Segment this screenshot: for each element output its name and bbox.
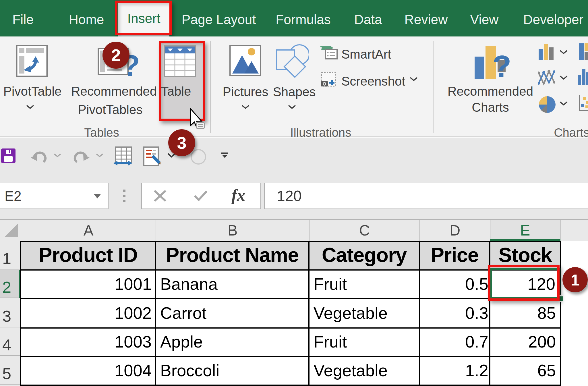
annotation-badge-3: 3 bbox=[168, 129, 195, 156]
row-number: 5 bbox=[2, 357, 11, 383]
pivottable-button[interactable]: PivotTable bbox=[3, 84, 61, 99]
column-header-c[interactable]: C bbox=[309, 220, 419, 241]
tab-formulas[interactable]: Formulas bbox=[276, 2, 331, 37]
chevron-down-icon[interactable] bbox=[559, 75, 568, 80]
grid-line bbox=[308, 241, 310, 385]
tab-review[interactable]: Review bbox=[405, 2, 448, 37]
ribbon-tab-bar: File Home Page Layout Formulas Data Revi… bbox=[0, 0, 588, 36]
annotation-box-cell-e2 bbox=[488, 265, 560, 301]
grid-line bbox=[155, 241, 156, 385]
pictures-icon bbox=[229, 45, 261, 76]
customize-qat-icon[interactable] bbox=[221, 152, 229, 161]
chevron-down-icon[interactable] bbox=[559, 101, 568, 106]
edit-document-icon[interactable] bbox=[143, 146, 160, 168]
cell-c4[interactable]: Fruit bbox=[314, 328, 419, 355]
bar-chart-icon bbox=[579, 43, 588, 61]
annotation-badge-1: 1 bbox=[562, 267, 588, 292]
cell-a5[interactable]: 1004 bbox=[21, 356, 152, 384]
shapes-icon bbox=[275, 44, 309, 79]
column-header-e-selected[interactable]: E bbox=[490, 220, 560, 241]
recommended-charts-button[interactable]: Recommended bbox=[448, 84, 533, 99]
column-header-d[interactable]: D bbox=[419, 220, 490, 241]
tab-developer[interactable]: Developer bbox=[523, 2, 583, 37]
tab-file[interactable]: File bbox=[12, 2, 34, 37]
cell-e4[interactable]: 200 bbox=[490, 328, 556, 355]
row-number: 4 bbox=[2, 329, 11, 354]
grid-line bbox=[20, 269, 561, 271]
chevron-down-icon[interactable] bbox=[288, 104, 296, 109]
tab-page-layout[interactable]: Page Layout bbox=[182, 2, 256, 37]
tab-home[interactable]: Home bbox=[69, 2, 104, 37]
grid-line bbox=[20, 241, 561, 242]
column-header-f[interactable] bbox=[560, 220, 588, 241]
smartart-icon bbox=[318, 45, 338, 59]
cell-d2[interactable]: 0.5 bbox=[420, 270, 488, 298]
chevron-down-icon[interactable] bbox=[409, 76, 418, 82]
column-header-b[interactable]: B bbox=[156, 220, 309, 241]
cancel-icon[interactable] bbox=[153, 190, 167, 203]
row-number: 3 bbox=[2, 300, 11, 325]
enter-icon[interactable] bbox=[194, 190, 208, 203]
resize-table-icon[interactable] bbox=[113, 146, 132, 168]
chevron-down-icon[interactable] bbox=[559, 49, 568, 55]
undo-menu-chevron-icon[interactable] bbox=[53, 153, 61, 159]
cell-d3[interactable]: 0.3 bbox=[420, 299, 488, 327]
insert-function-icon[interactable]: fx bbox=[231, 186, 245, 205]
formula-buttons-box: fx bbox=[141, 183, 261, 209]
cell-b3[interactable]: Carrot bbox=[160, 299, 308, 327]
cell-b4[interactable]: Apple bbox=[160, 328, 308, 355]
recommended-charts-label2: Charts bbox=[472, 100, 509, 115]
cell-d5[interactable]: 1.2 bbox=[420, 356, 488, 384]
cell-a3[interactable]: 1002 bbox=[21, 299, 152, 327]
cell-b5[interactable]: Broccoli bbox=[160, 356, 308, 384]
grid-line bbox=[20, 385, 561, 386]
formula-bar-drag-dots-icon[interactable] bbox=[123, 190, 125, 202]
cell-b2[interactable]: Banana bbox=[160, 270, 308, 298]
tab-data[interactable]: Data bbox=[354, 2, 382, 37]
cell-e1[interactable]: Stock bbox=[490, 241, 560, 269]
save-icon[interactable] bbox=[1, 148, 16, 164]
chevron-down-icon[interactable] bbox=[26, 104, 34, 109]
cell-e5[interactable]: 65 bbox=[490, 356, 556, 384]
undo-icon[interactable] bbox=[30, 149, 48, 164]
cell-c3[interactable]: Vegetable bbox=[314, 299, 419, 327]
spreadsheet: A B C D E 1 2 3 4 5 Product ID Product N… bbox=[0, 219, 588, 386]
cell-a1[interactable]: Product ID bbox=[21, 241, 155, 269]
row-header-1[interactable]: 1 bbox=[0, 241, 21, 269]
cell-b1[interactable]: Product Name bbox=[156, 241, 308, 269]
screenshot-icon bbox=[321, 72, 337, 88]
select-all-corner[interactable] bbox=[0, 220, 21, 241]
recommended-pivottables-button[interactable]: Recommended bbox=[71, 84, 157, 99]
cell-d4[interactable]: 0.7 bbox=[420, 328, 488, 355]
name-box-dropdown-icon[interactable] bbox=[94, 194, 101, 198]
cell-c1[interactable]: Category bbox=[310, 241, 419, 269]
row-header-5[interactable]: 5 bbox=[0, 356, 21, 385]
row-header-3[interactable]: 3 bbox=[0, 298, 21, 327]
cell-a4[interactable]: 1003 bbox=[21, 328, 152, 355]
ribbon: PivotTable ? Recommended PivotTables 2 bbox=[0, 36, 588, 137]
smartart-button[interactable]: SmartArt bbox=[341, 47, 391, 61]
grid-line bbox=[20, 298, 561, 299]
group-separator bbox=[210, 41, 211, 133]
chevron-down-icon[interactable] bbox=[241, 104, 250, 109]
row-header-2-selected[interactable]: 2 bbox=[0, 269, 21, 298]
cell-c2[interactable]: Fruit bbox=[314, 270, 419, 298]
selected-column-underline bbox=[490, 239, 560, 241]
name-box[interactable]: E2 bbox=[0, 183, 109, 209]
shapes-button[interactable]: Shapes bbox=[273, 85, 316, 99]
cell-c5[interactable]: Vegetable bbox=[314, 356, 419, 384]
mouse-cursor-icon bbox=[189, 108, 207, 134]
cell-d1[interactable]: Price bbox=[420, 241, 489, 269]
cell-e3[interactable]: 85 bbox=[490, 299, 556, 327]
redo-icon[interactable] bbox=[72, 149, 90, 164]
tab-view[interactable]: View bbox=[470, 2, 499, 37]
pie-chart-icon bbox=[539, 96, 556, 113]
row-header-4[interactable]: 4 bbox=[0, 327, 21, 356]
cell-a2[interactable]: 1001 bbox=[21, 270, 152, 298]
formula-bar[interactable]: 120 bbox=[264, 183, 588, 209]
column-chart-icon-2 bbox=[578, 69, 588, 86]
pictures-button[interactable]: Pictures bbox=[223, 85, 268, 99]
column-header-a[interactable]: A bbox=[21, 220, 156, 241]
screenshot-button[interactable]: Screenshot bbox=[341, 74, 405, 88]
redo-menu-chevron-icon[interactable] bbox=[96, 153, 104, 159]
